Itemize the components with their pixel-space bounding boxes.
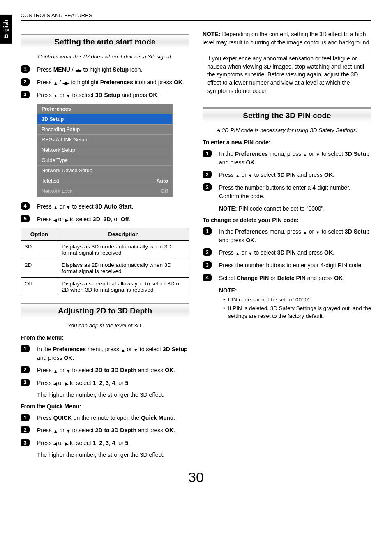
down-icon: ▼: [316, 152, 320, 158]
left-icon: ◀: [53, 217, 57, 224]
step: 3 Press ◀ or ▶ to select 1, 2, 3, 4, or …: [21, 379, 189, 399]
step: 2 Press ▲ or ▼ to select 3D PIN and pres…: [203, 171, 371, 179]
down-icon: ▼: [66, 368, 71, 375]
up-icon: ▲: [53, 80, 58, 87]
subhead: From the Quick Menu:: [21, 403, 189, 410]
up-icon: ▲: [303, 152, 307, 158]
section-title-pin: Setting the 3D PIN code: [203, 107, 371, 123]
step-text: Press ▲ or ▼ to select 3D PIN and press …: [219, 248, 371, 257]
step-badge: 1: [21, 345, 30, 352]
up-icon: ▲: [53, 368, 58, 375]
down-icon: ▼: [248, 173, 253, 179]
step-badge: 4: [203, 274, 212, 281]
right-icon: ▶: [65, 217, 68, 224]
up-icon: ▲: [235, 250, 240, 257]
step: 3 Press the number buttons to enter your…: [203, 261, 371, 269]
step-badge: 5: [21, 215, 30, 222]
osd-row: Network LockOff: [37, 186, 172, 196]
step: 1 Press MENU / ◀▶ to highlight Setup ico…: [21, 65, 189, 74]
subhead: From the Menu:: [21, 334, 189, 341]
osd-row: Guide Type: [37, 155, 172, 165]
osd-label: REGZA-LINK Setup: [42, 137, 87, 143]
step-text: Press QUICK on the remote to open the Qu…: [37, 414, 189, 422]
osd-row: Recording Setup: [37, 124, 172, 134]
osd-label: Teletext: [42, 178, 59, 184]
osd-title: Preferences: [37, 104, 172, 114]
osd-label: Guide Type: [42, 158, 68, 163]
step-badge: 2: [203, 248, 212, 256]
left-icon: ◀: [75, 67, 78, 74]
step: 4 Press ▲ or ▼ to select 3D Auto Start.: [21, 202, 189, 211]
osd-label: Network Device Setup: [42, 168, 92, 174]
step-text: Press ▲ or ▼ to select 3D Setup and pres…: [37, 91, 189, 100]
osd-row: TeletextAuto: [37, 176, 172, 186]
option-cell: 3D: [21, 240, 58, 259]
left-icon: ◀: [53, 441, 57, 447]
step-text: Press ▲ or ▼ to select 2D to 3D Depth an…: [37, 366, 189, 375]
down-icon: ▼: [66, 204, 71, 211]
step-badge: 4: [21, 202, 30, 210]
description-cell: Displays as 3D mode automatically when 3…: [58, 240, 189, 259]
step: 5 Press ◀ or ▶ to select 3D, 2D, or Off.: [21, 215, 189, 224]
step-text: Select Change PIN or Delete PIN and pres…: [219, 274, 371, 321]
up-icon: ▲: [53, 93, 58, 100]
table-row: 3DDisplays as 3D mode automatically when…: [21, 240, 189, 259]
table-header: Option: [21, 228, 58, 240]
step-badge: 3: [203, 183, 212, 191]
option-cell: 2D: [21, 259, 58, 277]
section-intro: You can adjust the level of 3D.: [21, 322, 189, 329]
step-text: Press ▲ or ▼ to select 2D to 3D Depth an…: [37, 426, 189, 435]
osd-row: REGZA-LINK Setup: [37, 134, 172, 145]
section-header: CONTROLS AND FEATURES: [21, 12, 371, 21]
up-icon: ▲: [121, 347, 125, 354]
table-row: OffDisplays a screen that allows you to …: [21, 277, 189, 296]
step-badge: 3: [21, 439, 30, 446]
preferences-osd: Preferences 3D SetupRecording SetupREGZA…: [37, 104, 173, 197]
osd-value: Off: [161, 188, 168, 194]
table-header: Description: [58, 228, 189, 240]
step: 2 Press ▲ or ▼ to select 3D PIN and pres…: [203, 248, 371, 257]
step: 3 Press ▲ or ▼ to select 3D Setup and pr…: [21, 91, 189, 100]
step-badge: 3: [21, 91, 30, 98]
down-icon: ▼: [66, 93, 71, 100]
down-icon: ▼: [134, 347, 138, 354]
step-badge: 1: [203, 227, 212, 235]
step-text: Press the number buttons to enter your 4…: [219, 261, 371, 269]
step: 1 In the Preferences menu, press ▲ or ▼ …: [203, 150, 371, 167]
step-badge: 2: [203, 171, 212, 178]
up-icon: ▲: [53, 204, 58, 211]
step-badge: 3: [21, 379, 30, 386]
language-tab: English: [0, 15, 12, 44]
section-intro: A 3D PIN code is necessary for using 3D …: [203, 127, 371, 133]
step-text: Press ▲ or ▼ to select 3D Auto Start.: [37, 202, 189, 211]
step-badge: 1: [203, 150, 212, 157]
osd-value: Auto: [157, 178, 168, 184]
down-icon: ▼: [316, 229, 320, 236]
step-text: In the Preferences menu, press ▲ or ▼ to…: [219, 150, 371, 167]
section-intro: Controls what the TV does when it detect…: [21, 53, 189, 60]
osd-row: Network Setup: [37, 145, 172, 155]
warning-box: If you experience any abnormal sensation…: [203, 51, 371, 99]
step: 4 Select Change PIN or Delete PIN and pr…: [203, 274, 371, 321]
step-text: In the Preferences menu, press ▲ or ▼ to…: [219, 227, 371, 244]
step-badge: 1: [21, 414, 30, 421]
note-block: NOTE: Depending on the content, setting …: [203, 30, 371, 46]
step-text: Press ▲ or ▼ to select 3D PIN and press …: [219, 171, 371, 179]
page-number: 30: [21, 469, 371, 485]
step: 3 Press the number buttons to enter a 4-…: [203, 183, 371, 213]
osd-row: Network Device Setup: [37, 165, 172, 176]
option-cell: Off: [21, 277, 58, 296]
up-icon: ▲: [303, 229, 307, 236]
step: 1 In the Preferences menu, press ▲ or ▼ …: [21, 345, 189, 362]
step-badge: 1: [21, 65, 30, 73]
osd-row: 3D Setup: [37, 114, 172, 124]
description-cell: Displays as 2D mode automatically when 3…: [58, 259, 189, 277]
list-item: PIN code cannot be set to "0000".: [224, 296, 371, 304]
step: 2 Press ▲ / ◀▶ to highlight Preferences …: [21, 78, 189, 87]
right-icon: ▶: [78, 67, 82, 74]
down-icon: ▼: [248, 250, 253, 257]
step-badge: 3: [203, 261, 212, 269]
osd-label: 3D Setup: [42, 116, 64, 122]
left-column: Setting the auto start mode Controls wha…: [21, 30, 189, 463]
table-row: 2DDisplays as 2D mode automatically when…: [21, 259, 189, 277]
